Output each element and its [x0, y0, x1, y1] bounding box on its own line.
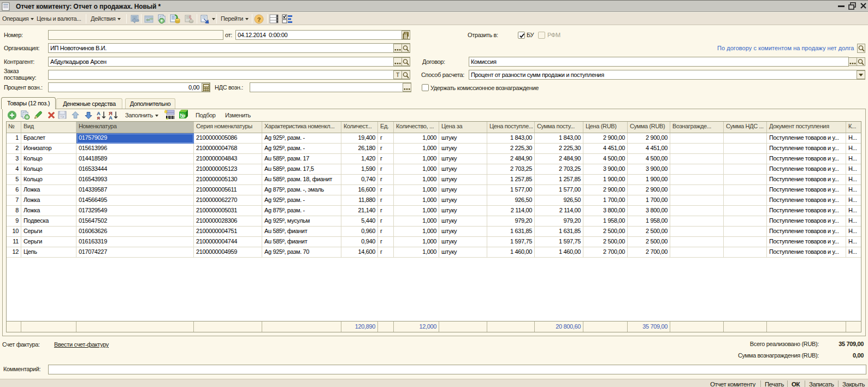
svg-text:А: А — [109, 115, 113, 120]
svg-text:№: № — [180, 112, 185, 118]
svg-text:ГОК: ГОК — [60, 116, 64, 118]
svg-text:?: ? — [257, 16, 261, 23]
svg-text:я: я — [97, 115, 100, 120]
